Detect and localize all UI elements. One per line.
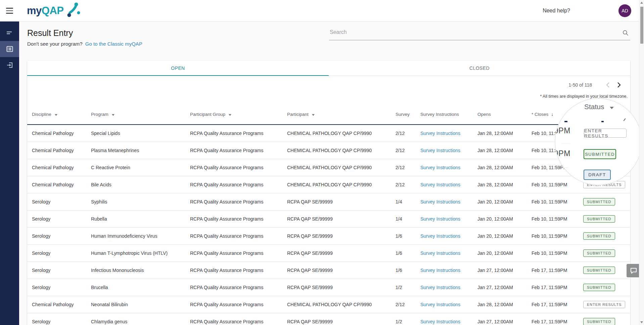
table-row: Serology Brucella RCPA Quality Assurance… <box>27 279 630 296</box>
sidebar-item-result-entry[interactable] <box>0 41 19 57</box>
survey-instructions-link[interactable]: Survey Instructions <box>420 182 460 187</box>
status-chip[interactable]: SUBMITTED <box>583 198 615 205</box>
cell-closes: Feb 17, 11:59PM <box>532 296 578 313</box>
classic-myqap-link[interactable]: Go to the Classic myQAP <box>85 41 142 47</box>
chat-icon <box>630 267 637 274</box>
status-chip-draft-magnified[interactable]: DRAFT <box>584 170 611 180</box>
sidebar-item-exit[interactable] <box>0 57 19 73</box>
table-row: Serology Infectious Mononucleosis RCPA Q… <box>27 262 630 279</box>
survey-instructions-link[interactable]: Survey Instructions <box>420 148 460 153</box>
cell-program: Infectious Mononucleosis <box>91 262 190 279</box>
table-row: Chemical Pathology Neonatal Bilirubin RC… <box>27 296 630 313</box>
cell-discipline: Serology <box>27 262 91 279</box>
survey-instructions-link[interactable]: Survey Instructions <box>420 131 460 136</box>
cell-closes: Feb 10, 11:59PM <box>532 210 578 227</box>
cell-opens: Jan 20, 12:00AM <box>477 210 532 227</box>
status-chip-submitted-magnified[interactable]: SUBMITTED <box>584 149 616 159</box>
cell-survey-instructions: Survey Instructions <box>420 210 477 227</box>
survey-instructions-link[interactable]: Survey Instructions <box>420 165 460 170</box>
filter-icon[interactable] <box>229 114 231 116</box>
search-icon[interactable] <box>622 30 629 36</box>
cell-opens: Jan 28, 12:00AM <box>477 296 532 313</box>
cell-participant-group: RCPA Quality Assurance Programs <box>190 210 287 227</box>
cell-participant-group: RCPA Quality Assurance Programs <box>190 227 287 244</box>
cell-survey: 1/6 <box>396 262 420 279</box>
sort-descending-icon[interactable]: ↓ <box>551 111 553 117</box>
status-chip[interactable]: SUBMITTED <box>583 249 615 257</box>
pagination-range: 1-50 of 118 <box>568 82 592 88</box>
table-row: Serology Human T-Lymphotropic Virus (HTL… <box>27 244 630 262</box>
cell-survey: 2/12 <box>396 142 420 159</box>
cell-opens: Jan 28, 12:00AM <box>477 125 532 142</box>
hamburger-icon <box>6 13 13 14</box>
cell-status: SUBMITTED <box>578 262 630 279</box>
cell-survey-instructions: Survey Instructions <box>420 244 477 262</box>
filter-icon[interactable] <box>312 114 315 116</box>
header-opens: Opens <box>477 104 532 125</box>
cell-closes: Feb 17, 11:59PM <box>532 279 578 296</box>
status-chip-enter-results-magnified[interactable]: ENTER RESULTS <box>584 129 627 138</box>
next-page-button[interactable] <box>613 79 625 91</box>
myqap-logo[interactable]: my QAP <box>27 3 81 19</box>
cell-discipline: Serology <box>27 313 91 325</box>
cell-closes: Feb 10, 11:59PM <box>532 244 578 262</box>
tab-open[interactable]: OPEN <box>27 61 329 76</box>
status-chip[interactable]: SUBMITTED <box>583 284 615 291</box>
cell-discipline: Chemical Pathology <box>27 125 91 142</box>
cell-closes: Feb 17, 11:59PM <box>532 262 578 279</box>
avatar[interactable]: AD <box>618 4 631 17</box>
scroll-up-icon[interactable] <box>640 2 643 4</box>
table-row: Serology Human Immunodeficiency Virus RC… <box>27 227 630 244</box>
cell-status: SUBMITTED <box>578 244 630 262</box>
status-chip[interactable]: SUBMITTED <box>583 232 615 240</box>
sidebar-item-notes[interactable] <box>0 25 19 41</box>
filter-icon[interactable] <box>610 107 614 109</box>
status-chip[interactable]: SUBMITTED <box>583 215 615 223</box>
scrollbar[interactable] <box>639 0 644 325</box>
scrollbar-thumb[interactable] <box>640 7 643 44</box>
survey-instructions-link[interactable]: Survey Instructions <box>420 268 460 273</box>
survey-instructions-link[interactable]: Survey Instructions <box>420 233 460 239</box>
cell-survey-instructions: Survey Instructions <box>420 279 477 296</box>
chat-widget-button[interactable] <box>627 264 641 277</box>
results-tbody: Chemical Pathology Special Lipids RCPA Q… <box>27 125 630 325</box>
tab-closed[interactable]: CLOSED <box>329 61 630 76</box>
cell-participant: RCPA QAP SE/99999 <box>287 279 396 296</box>
hamburger-menu-button[interactable] <box>5 6 15 16</box>
scroll-down-icon[interactable] <box>640 321 643 323</box>
status-chip[interactable]: SUBMITTED <box>583 267 615 274</box>
cell-participant-group: RCPA Quality Assurance Programs <box>190 296 287 313</box>
cell-discipline: Serology <box>27 193 91 210</box>
survey-instructions-link[interactable]: Survey Instructions <box>420 250 460 256</box>
search-input[interactable] <box>329 26 630 40</box>
lens-time-fragment: 9PM <box>555 149 570 158</box>
result-entry-list-icon <box>6 45 14 53</box>
page-title: Result Entry <box>27 28 73 38</box>
survey-instructions-link[interactable]: Survey Instructions <box>420 216 460 222</box>
status-chip[interactable]: SUBMITTED <box>583 318 615 325</box>
logo-molecule-icon <box>66 2 81 18</box>
header-survey-instructions: Survey Instructions <box>420 104 477 125</box>
survey-instructions-link[interactable]: Survey Instructions <box>420 285 460 290</box>
cell-survey-instructions: Survey Instructions <box>420 227 477 244</box>
cell-participant: RCPA QAP SE/99999 <box>287 313 396 325</box>
survey-instructions-link[interactable]: Survey Instructions <box>420 302 460 307</box>
status-chip[interactable]: ENTER RESULTS <box>583 301 625 308</box>
magnifier-lens: Status 9PM 9PM ENTER RESULTS SUBMITTED D… <box>555 98 642 185</box>
cell-status: SUBMITTED <box>578 279 630 296</box>
cell-opens: Jan 20, 12:00AM <box>477 244 532 262</box>
cell-status: ENTER RESULTS <box>578 296 630 313</box>
cell-status: SUBMITTED <box>578 313 630 325</box>
survey-instructions-link[interactable]: Survey Instructions <box>420 319 460 324</box>
cell-survey: 2/12 <box>396 125 420 142</box>
cell-program: Chlamydia genus <box>91 313 190 325</box>
survey-instructions-link[interactable]: Survey Instructions <box>420 199 460 204</box>
filter-icon[interactable] <box>55 114 57 116</box>
results-table: Discipline Program Participant Group Par… <box>27 104 630 325</box>
prev-page-button[interactable] <box>602 79 613 91</box>
filter-icon[interactable] <box>112 114 114 116</box>
table-header-row: Discipline Program Participant Group Par… <box>27 104 630 125</box>
cell-participant: CHEMICAL PATHOLOGY QAP CP/9990 <box>287 142 396 159</box>
cell-closes: Feb 10, 11:59PM <box>532 227 578 244</box>
need-help-link[interactable]: Need help? <box>543 0 570 21</box>
